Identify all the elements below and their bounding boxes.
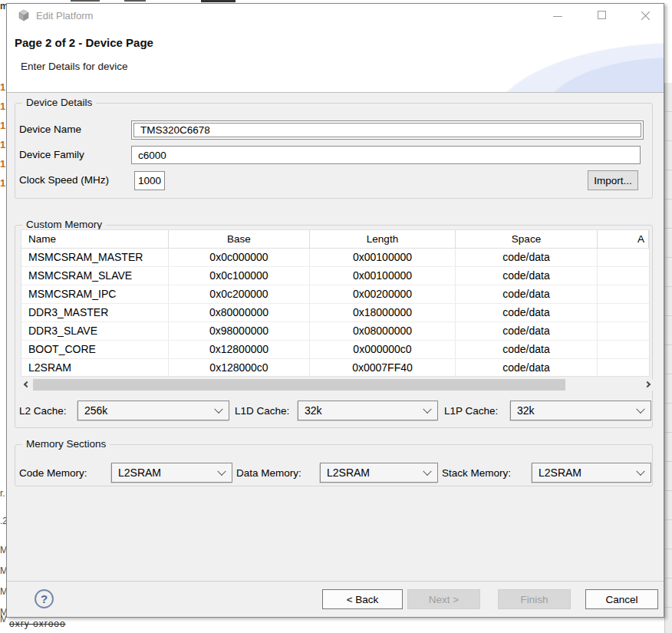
banner-decoration [487, 27, 664, 93]
cell-base: 0x12800000 [169, 341, 310, 358]
page-title: Page 2 of 2 - Device Page [15, 36, 153, 49]
backdrop-dash [71, 0, 100, 2]
backdrop-char: M [0, 565, 6, 576]
table-header-row: Name Base Length Space A [21, 230, 649, 249]
column-header-name[interactable]: Name [21, 230, 169, 248]
table-row[interactable]: MSMCSRAM_IPC 0x0c200000 0x00200000 code/… [21, 285, 649, 304]
clock-speed-field[interactable]: 1000 [134, 171, 165, 190]
l2-cache-label: L2 Cache: [19, 405, 67, 417]
scroll-right-icon[interactable] [643, 379, 654, 391]
cell-access [598, 267, 649, 285]
page-subtitle: Enter Details for device [21, 61, 128, 72]
cell-access [598, 322, 649, 340]
l1d-cache-value: 32k [305, 404, 322, 417]
cell-access [598, 304, 649, 321]
table-row[interactable]: MSMCSRAM_MASTER 0x0c000000 0x00100000 co… [21, 249, 649, 267]
backdrop-char: M [0, 586, 6, 597]
l1d-cache-select[interactable]: 32k [298, 401, 438, 420]
code-memory-value: L2SRAM [118, 467, 161, 479]
data-memory-label: Data Memory: [236, 467, 301, 479]
minimize-icon[interactable] [545, 4, 571, 27]
cancel-button[interactable]: Cancel [585, 589, 658, 609]
table-horizontal-scrollbar[interactable] [21, 379, 654, 391]
dialog-titlebar[interactable]: Edit Platform [7, 4, 664, 27]
l1p-cache-select[interactable]: 32k [510, 401, 651, 420]
cell-base: 0x0c200000 [169, 285, 310, 303]
chevron-down-icon [423, 405, 431, 414]
cell-base: 0x98000000 [169, 322, 310, 340]
cell-space: code/data [456, 249, 598, 266]
cell-length: 0x00200000 [310, 285, 456, 303]
column-header-length[interactable]: Length [310, 230, 456, 248]
cell-length: 0x00100000 [310, 249, 456, 266]
backdrop-line-number: 1 [0, 101, 6, 112]
chevron-down-icon [636, 467, 644, 476]
cell-space: code/data [456, 304, 598, 321]
device-family-field[interactable]: c6000 [131, 146, 641, 164]
l1d-cache-label: L1D Cache: [235, 405, 289, 417]
cell-base: 0x128000c0 [169, 359, 310, 377]
table-row[interactable]: DDR3_SLAVE 0x98000000 0x08000000 code/da… [21, 322, 649, 341]
backdrop-line-number: 1 [0, 139, 6, 150]
chevron-down-icon [217, 467, 226, 476]
button-bar: ? < Back Next > Finish Cancel [7, 581, 664, 617]
maximize-icon[interactable] [589, 4, 615, 27]
cell-length: 0x0007FF40 [310, 359, 456, 377]
close-icon[interactable] [632, 4, 658, 27]
wizard-banner: Page 2 of 2 - Device Page Enter Details … [7, 27, 664, 93]
cell-base: 0x0c100000 [169, 267, 310, 285]
data-memory-select[interactable]: L2SRAM [320, 463, 438, 483]
cell-access [598, 249, 649, 266]
cell-name: MSMCSRAM_MASTER [21, 249, 169, 266]
column-header-access[interactable]: A [598, 230, 649, 248]
scroll-left-icon[interactable] [21, 379, 32, 391]
clock-speed-label: Clock Speed (MHz) [19, 174, 109, 186]
data-memory-value: L2SRAM [327, 467, 370, 479]
cell-name: MSMCSRAM_SLAVE [21, 267, 169, 285]
memory-sections-legend: Memory Sections [22, 438, 110, 450]
cell-access [598, 285, 649, 303]
backdrop-dash [124, 0, 146, 2]
clock-speed-value: 1000 [138, 175, 161, 186]
cube-app-icon [18, 9, 30, 21]
code-memory-select[interactable]: L2SRAM [111, 463, 232, 483]
table-row[interactable]: L2SRAM 0x128000c0 0x0007FF40 code/data [21, 359, 649, 377]
l2-cache-select[interactable]: 256k [77, 401, 229, 420]
backdrop-line-number: 1 [0, 120, 6, 131]
dialog-title: Edit Platform [36, 10, 93, 21]
help-icon[interactable]: ? [35, 589, 54, 608]
scrollbar-thumb[interactable] [33, 379, 565, 391]
table-row[interactable]: BOOT_CORE 0x12800000 0x000000c0 code/dat… [21, 341, 649, 359]
backdrop-table-strip [664, 83, 672, 633]
cell-space: code/data [456, 267, 598, 285]
cell-base: 0x0c000000 [169, 249, 310, 266]
cell-length: 0x00100000 [310, 267, 456, 285]
import-button[interactable]: Import... [588, 170, 638, 190]
backdrop-char: M [0, 545, 6, 556]
cell-space: code/data [456, 285, 598, 303]
table-row[interactable]: MSMCSRAM_SLAVE 0x0c100000 0x00100000 cod… [21, 267, 649, 285]
cell-space: code/data [456, 341, 598, 358]
backdrop-line-number: 1 [0, 81, 6, 93]
chevron-down-icon [214, 405, 222, 414]
column-header-space[interactable]: Space [456, 230, 598, 248]
device-name-field[interactable]: TMS320C6678 [131, 120, 644, 140]
l1p-cache-label: L1P Cache: [444, 405, 498, 417]
cell-name: L2SRAM [21, 359, 169, 377]
backdrop-text: oxry oxrooo [9, 618, 66, 629]
cell-access [598, 341, 649, 358]
table-row[interactable]: DDR3_MASTER 0x80000000 0x18000000 code/d… [21, 304, 649, 322]
column-header-base[interactable]: Base [169, 230, 310, 248]
custom-memory-table: Name Base Length Space A MSMCSRAM_MASTER… [21, 229, 650, 377]
back-button[interactable]: < Back [322, 589, 403, 609]
device-family-value: c6000 [138, 150, 166, 161]
backdrop-char: .2 [0, 516, 6, 526]
code-memory-label: Code Memory: [19, 467, 87, 479]
l1p-cache-value: 32k [517, 404, 535, 417]
device-name-label: Device Name [19, 124, 81, 135]
edit-platform-dialog: Edit Platform Page 2 of 2 - Device Page … [6, 3, 664, 618]
device-name-value: TMS320C6678 [140, 124, 210, 136]
stack-memory-label: Stack Memory: [442, 467, 511, 479]
stack-memory-select[interactable]: L2SRAM [532, 463, 651, 483]
backdrop-char: M [0, 614, 6, 625]
